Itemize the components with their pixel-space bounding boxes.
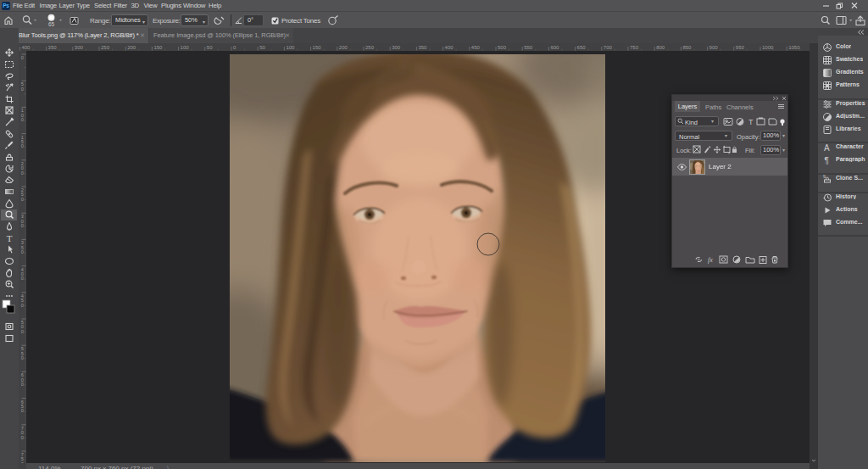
svg-text:0: 0: [21, 55, 24, 60]
svg-text:200: 200: [127, 45, 136, 50]
svg-text:600: 600: [550, 45, 559, 50]
svg-text:100: 100: [286, 45, 295, 50]
svg-text:0: 0: [21, 435, 24, 440]
svg-text:400: 400: [21, 45, 31, 50]
svg-text:550: 550: [524, 45, 533, 50]
svg-text:700: 700: [604, 45, 613, 50]
svg-text:0: 0: [21, 276, 24, 281]
svg-text:500: 500: [498, 45, 507, 50]
svg-text:250: 250: [101, 45, 110, 50]
svg-text:100: 100: [181, 45, 190, 50]
svg-text:0: 0: [21, 382, 24, 387]
svg-text:0: 0: [21, 355, 24, 360]
svg-text:⇅: ⇅: [823, 174, 826, 179]
svg-text:350: 350: [418, 45, 427, 50]
svg-text:0: 0: [21, 87, 24, 92]
svg-text:0: 0: [21, 223, 24, 228]
svg-text:450: 450: [471, 45, 481, 50]
svg-text:150: 150: [153, 45, 163, 50]
svg-text:850: 850: [682, 45, 692, 50]
svg-text:1000: 1000: [762, 45, 774, 50]
svg-text:50: 50: [259, 45, 265, 50]
svg-text:50: 50: [207, 45, 213, 50]
svg-text:900: 900: [709, 45, 719, 50]
svg-text:200: 200: [339, 45, 348, 50]
svg-text:T: T: [748, 118, 754, 126]
svg-text:0: 0: [21, 408, 24, 413]
svg-text:300: 300: [75, 45, 84, 50]
svg-text:800: 800: [656, 45, 665, 50]
svg-text:0: 0: [21, 117, 24, 122]
svg-text:0: 0: [21, 329, 24, 334]
svg-text:950: 950: [736, 45, 745, 50]
svg-text:A: A: [824, 143, 830, 153]
svg-text:fx: fx: [708, 256, 713, 264]
svg-text:250: 250: [365, 45, 375, 50]
svg-text:65: 65: [48, 21, 54, 27]
svg-text:T: T: [7, 233, 13, 243]
svg-text:350: 350: [48, 45, 58, 50]
svg-text:0: 0: [21, 249, 24, 254]
svg-text:0: 0: [21, 197, 24, 202]
svg-text:650: 650: [577, 45, 587, 50]
svg-text:300: 300: [392, 45, 401, 50]
svg-text:750: 750: [630, 45, 639, 50]
svg-text:¶: ¶: [825, 156, 829, 165]
svg-text:150: 150: [313, 45, 322, 50]
svg-text:0: 0: [21, 170, 24, 176]
svg-text:0: 0: [21, 303, 24, 308]
svg-text:0: 0: [21, 461, 24, 463]
svg-text:1050: 1050: [788, 45, 800, 50]
svg-text:0: 0: [21, 143, 24, 148]
svg-text:400: 400: [445, 45, 454, 50]
